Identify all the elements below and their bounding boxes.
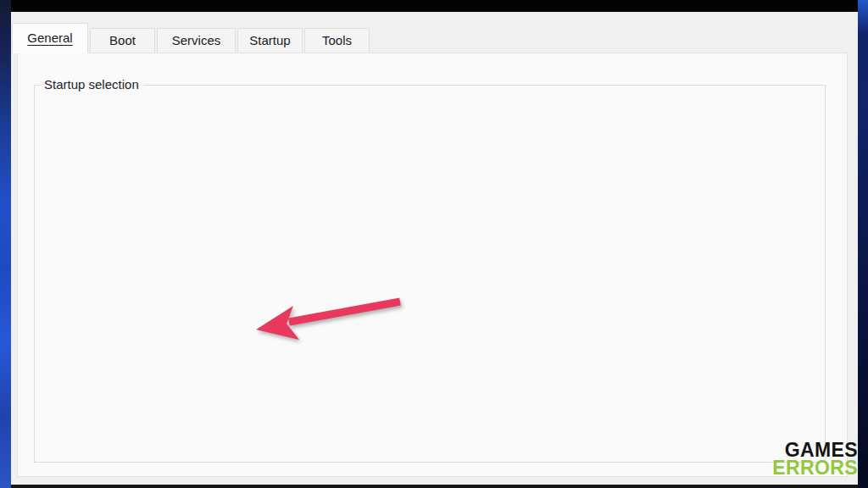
tab-general-label: General — [27, 30, 72, 45]
tab-general[interactable]: General — [12, 23, 88, 53]
tab-services[interactable]: Services — [157, 28, 236, 53]
tab-startup-label: Startup — [249, 33, 290, 47]
startup-selection-group-label: Startup selection — [40, 77, 143, 92]
startup-selection-groupbox: Startup selection — [34, 85, 826, 463]
tab-tools[interactable]: Tools — [304, 28, 370, 53]
tab-services-label: Services — [172, 33, 221, 47]
bottom-black-bar — [0, 485, 868, 488]
top-black-bar — [0, 0, 868, 12]
desktop-background-right — [858, 0, 868, 488]
games-errors-watermark: GAMES ERRORS — [772, 441, 858, 477]
tab-tools-label: Tools — [322, 33, 352, 47]
tab-boot-label: Boot — [109, 33, 136, 47]
desktop-background-left — [0, 0, 11, 488]
tab-boot[interactable]: Boot — [90, 28, 155, 53]
watermark-errors-text: ERRORS — [772, 459, 858, 477]
tab-startup[interactable]: Startup — [237, 28, 303, 53]
